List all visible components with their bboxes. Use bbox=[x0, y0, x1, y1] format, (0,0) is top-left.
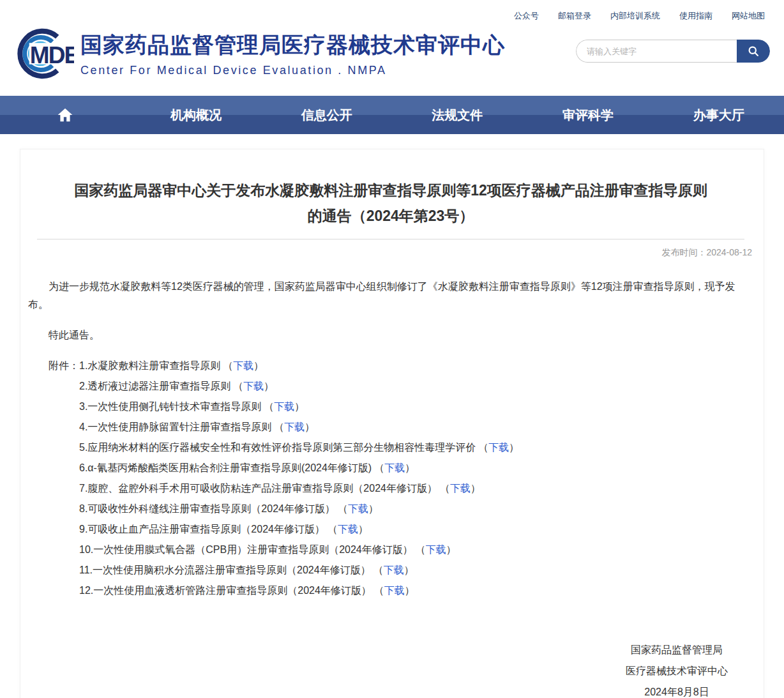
attachment-text: 2.透析液过滤器注册审查指导原则 bbox=[79, 381, 230, 391]
paren-open: （ bbox=[233, 381, 243, 391]
nav-item-about[interactable]: 机构概况 bbox=[131, 96, 262, 134]
paren-close: ） bbox=[305, 421, 315, 432]
download-link[interactable]: 下载 bbox=[384, 565, 404, 575]
search-input[interactable] bbox=[576, 40, 737, 63]
topbar-link-user-guide[interactable]: 使用指南 bbox=[679, 10, 712, 22]
paren-open: （ bbox=[223, 360, 233, 371]
paren-open: （ bbox=[274, 421, 284, 432]
search-button[interactable] bbox=[737, 40, 770, 63]
nav-item-review-science[interactable]: 审评科学 bbox=[523, 96, 654, 134]
logo-acronym-text: MDE bbox=[30, 42, 74, 68]
download-link[interactable]: 下载 bbox=[284, 421, 305, 432]
topbar-link-mail-login[interactable]: 邮箱登录 bbox=[558, 10, 591, 22]
attachment-text: 1.水凝胶敷料注册审查指导原则 bbox=[79, 360, 220, 371]
attachment-item: 1.水凝胶敷料注册审查指导原则（下载） bbox=[79, 356, 519, 376]
download-link[interactable]: 下载 bbox=[384, 585, 405, 596]
attachments-row: 附件： 1.水凝胶敷料注册审查指导原则（下载） 2.透析液过滤器注册审查指导原则… bbox=[28, 356, 753, 601]
site-title-en: Center For Medical Device Evaluation . N… bbox=[80, 64, 505, 77]
paren-open: （ bbox=[373, 565, 384, 575]
attachments-block: 附件： 1.水凝胶敷料注册审查指导原则（下载） 2.透析液过滤器注册审查指导原则… bbox=[28, 356, 753, 601]
paren-open: （ bbox=[374, 585, 384, 596]
paren-close: ） bbox=[253, 360, 264, 371]
attachments-label: 附件： bbox=[49, 356, 79, 601]
attachment-item: 4.一次性使用静脉留置针注册审查指导原则（下载） bbox=[79, 417, 519, 437]
article-body: 为进一步规范水凝胶敷料等12类医疗器械的管理，国家药监局器审中心组织制修订了《水… bbox=[28, 278, 753, 698]
paren-close: ） bbox=[264, 381, 274, 391]
download-link[interactable]: 下载 bbox=[488, 442, 509, 453]
attachment-text: 12.一次性使用血液透析管路注册审查指导原则（2024年修订版） bbox=[79, 585, 372, 596]
attachment-text: 8.可吸收性外科缝线注册审查指导原则（2024年修订版） bbox=[79, 503, 335, 514]
home-icon bbox=[57, 107, 73, 123]
attachment-item: 7.腹腔、盆腔外科手术用可吸收防粘连产品注册审查指导原则（2024年修订版）（下… bbox=[79, 478, 519, 499]
paren-open: （ bbox=[264, 401, 274, 412]
article-paragraph-2: 特此通告。 bbox=[28, 326, 753, 344]
download-link[interactable]: 下载 bbox=[243, 381, 264, 391]
paren-open: （ bbox=[478, 442, 488, 453]
download-link[interactable]: 下载 bbox=[384, 462, 405, 473]
attachment-text: 3.一次性使用侧孔钝针技术审查指导原则 bbox=[79, 401, 261, 412]
attachment-item: 2.透析液过滤器注册审查指导原则（下载） bbox=[79, 376, 519, 397]
topbar-link-training-system[interactable]: 内部培训系统 bbox=[610, 10, 660, 22]
download-link[interactable]: 下载 bbox=[450, 483, 471, 494]
publish-time-label: 发布时间： bbox=[661, 247, 706, 257]
paren-open: （ bbox=[440, 483, 450, 494]
download-link[interactable]: 下载 bbox=[274, 401, 294, 412]
title-divider bbox=[37, 239, 744, 239]
publish-time-date: 2024-08-12 bbox=[706, 247, 752, 257]
attachment-text: 7.腹腔、盆腔外科手术用可吸收防粘连产品注册审查指导原则（2024年修订版） bbox=[79, 483, 437, 494]
search-bar bbox=[576, 40, 770, 63]
site-title-zh: 国家药品监督管理局医疗器械技术审评中心 bbox=[80, 31, 505, 60]
publish-time: 发布时间：2024-08-12 bbox=[28, 247, 752, 259]
site-header: 公众号 邮箱登录 内部培训系统 使用指南 网站地图 MDE 国家药品监督管理局医… bbox=[0, 0, 784, 96]
attachment-item: 3.一次性使用侧孔钝针技术审查指导原则（下载） bbox=[79, 397, 519, 417]
attachment-item: 9.可吸收止血产品注册审查指导原则（2024年修订版）（下载） bbox=[79, 519, 519, 540]
attachment-item: 10.一次性使用膜式氧合器（CPB用）注册审查指导原则（2024年修订版）（下载… bbox=[79, 540, 519, 560]
cmde-logo-icon: MDE bbox=[10, 26, 74, 82]
paren-close: ） bbox=[404, 565, 414, 575]
paren-open: （ bbox=[328, 524, 338, 535]
signature-date: 2024年8月8日 bbox=[626, 681, 728, 698]
signature-org-line2: 医疗器械技术审评中心 bbox=[626, 660, 728, 681]
main-nav: 机构概况 信息公开 法规文件 审评科学 办事大厅 bbox=[0, 96, 784, 134]
article-title: 国家药监局器审中心关于发布水凝胶敷料注册审查指导原则等12项医疗器械产品注册审查… bbox=[28, 178, 753, 229]
paren-close: ） bbox=[405, 462, 415, 473]
article-title-line2: 的通告（2024年第23号） bbox=[43, 203, 738, 229]
attachment-item: 11.一次性使用脑积水分流器注册审查指导原则（2024年修订版）（下载） bbox=[79, 560, 519, 580]
nav-item-regulations[interactable]: 法规文件 bbox=[392, 96, 523, 134]
paren-close: ） bbox=[509, 442, 519, 453]
paren-open: （ bbox=[338, 503, 348, 514]
article-title-line1: 国家药监局器审中心关于发布水凝胶敷料注册审查指导原则等12项医疗器械产品注册审查… bbox=[43, 178, 738, 203]
attachment-item: 6.α-氰基丙烯酸酯类医用粘合剂注册审查指导原则(2024年修订版)（下载） bbox=[79, 458, 519, 478]
attachment-text: 4.一次性使用静脉留置针注册审查指导原则 bbox=[79, 421, 271, 432]
search-icon bbox=[747, 45, 760, 57]
topbar-links: 公众号 邮箱登录 内部培训系统 使用指南 网站地图 bbox=[514, 10, 765, 22]
attachment-item: 5.应用纳米材料的医疗器械安全性和有效性评价指导原则第三部分生物相容性毒理学评价… bbox=[79, 437, 519, 458]
article-panel: 国家药监局器审中心关于发布水凝胶敷料注册审查指导原则等12项医疗器械产品注册审查… bbox=[20, 149, 764, 698]
attachment-item: 12.一次性使用血液透析管路注册审查指导原则（2024年修订版）（下载） bbox=[79, 580, 519, 601]
article-paragraph-1: 为进一步规范水凝胶敷料等12类医疗器械的管理，国家药监局器审中心组织制修订了《水… bbox=[28, 278, 753, 314]
paren-close: ） bbox=[368, 503, 379, 514]
paren-close: ） bbox=[294, 401, 305, 412]
signature-block: 国家药品监督管理局 医疗器械技术审评中心 2024年8月8日 bbox=[626, 639, 728, 698]
paren-open: （ bbox=[416, 544, 426, 555]
download-link[interactable]: 下载 bbox=[348, 503, 368, 514]
logo-titles: 国家药品监督管理局医疗器械技术审评中心 Center For Medical D… bbox=[80, 31, 505, 77]
nav-item-info-disclosure[interactable]: 信息公开 bbox=[261, 96, 392, 134]
attachment-text: 6.α-氰基丙烯酸酯类医用粘合剂注册审查指导原则(2024年修订版) bbox=[79, 462, 372, 473]
topbar-link-wechat[interactable]: 公众号 bbox=[514, 10, 539, 22]
download-link[interactable]: 下载 bbox=[426, 544, 446, 555]
download-link[interactable]: 下载 bbox=[233, 360, 253, 371]
nav-item-home[interactable] bbox=[0, 96, 131, 134]
signature-org-line1: 国家药品监督管理局 bbox=[626, 639, 728, 660]
paren-close: ） bbox=[358, 524, 368, 535]
topbar-link-sitemap[interactable]: 网站地图 bbox=[732, 10, 765, 22]
paren-close: ） bbox=[405, 585, 415, 596]
attachment-text: 10.一次性使用膜式氧合器（CPB用）注册审查指导原则（2024年修订版） bbox=[79, 544, 413, 555]
nav-item-service-hall[interactable]: 办事大厅 bbox=[653, 96, 784, 134]
paren-close: ） bbox=[471, 483, 481, 494]
attachments-list: 1.水凝胶敷料注册审查指导原则（下载） 2.透析液过滤器注册审查指导原则（下载）… bbox=[79, 356, 519, 601]
paren-close: ） bbox=[446, 544, 456, 555]
download-link[interactable]: 下载 bbox=[338, 524, 358, 535]
attachment-item: 8.可吸收性外科缝线注册审查指导原则（2024年修订版）（下载） bbox=[79, 499, 519, 519]
attachment-text: 11.一次性使用脑积水分流器注册审查指导原则（2024年修订版） bbox=[79, 565, 371, 575]
